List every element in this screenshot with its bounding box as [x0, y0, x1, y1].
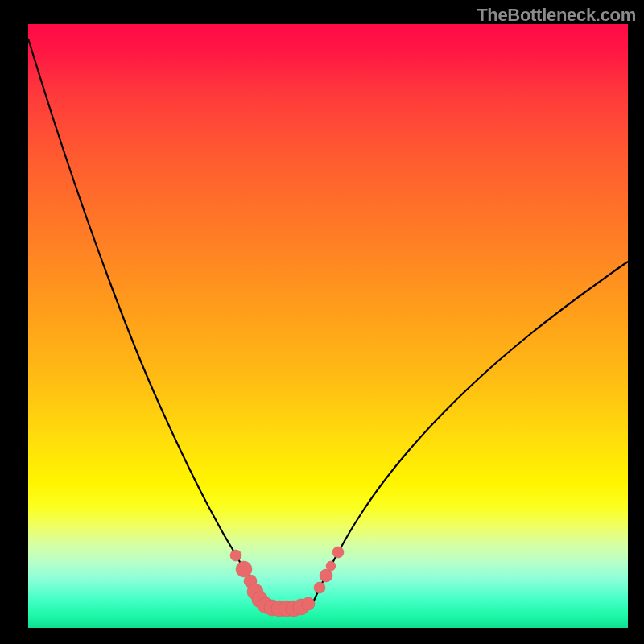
marker-dots [230, 547, 344, 617]
marker-dot [230, 550, 242, 561]
curve-right [312, 262, 628, 604]
chart-svg [28, 24, 628, 628]
watermark-text: TheBottleneck.com [477, 5, 636, 26]
marker-dot [314, 582, 325, 593]
marker-dot [320, 569, 332, 582]
marker-dot [302, 597, 315, 610]
chart-frame: TheBottleneck.com [0, 0, 644, 644]
curve-left [28, 39, 262, 604]
marker-dot [326, 561, 336, 571]
chart-plot-area [28, 24, 628, 628]
marker-dot [332, 547, 344, 558]
